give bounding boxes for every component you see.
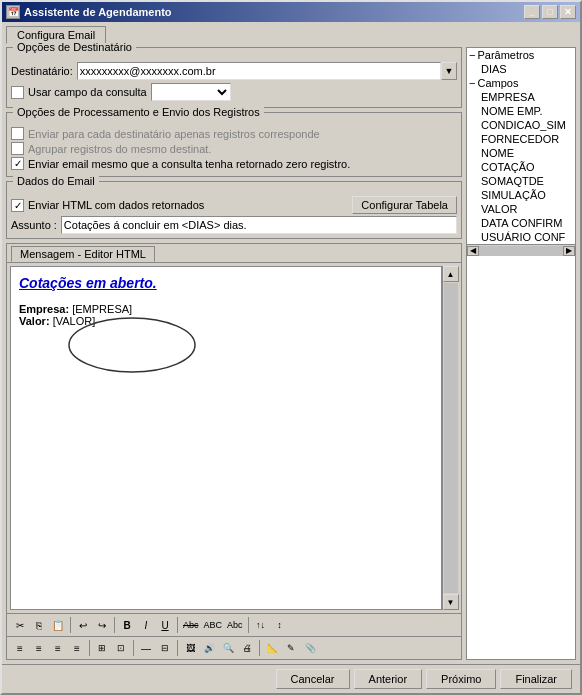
toolbar-hr-button[interactable]: — <box>137 639 155 657</box>
toolbar-lowercase-button[interactable]: Abc <box>225 616 245 634</box>
html-row: Enviar HTML com dados retornados Configu… <box>11 196 457 214</box>
toolbar-table-button[interactable]: ⊞ <box>93 639 111 657</box>
minimize-button[interactable]: _ <box>524 5 540 19</box>
scroll-left-button[interactable]: ◀ <box>467 246 479 256</box>
tree-field-item[interactable]: NOME <box>479 146 575 160</box>
toolbar-uppercase-button[interactable]: ABC <box>202 616 225 634</box>
check1-label: Enviar para cada destinatário apenas reg… <box>28 128 320 140</box>
toolbar-redo-button[interactable]: ↪ <box>93 616 111 634</box>
tree-field-item[interactable]: CONDICAO_SIM <box>479 118 575 132</box>
configurar-tabela-button[interactable]: Configurar Tabela <box>352 196 457 214</box>
toolbar-copy-button[interactable]: ⎘ <box>30 616 48 634</box>
tree-field-item[interactable]: EMPRESA <box>479 90 575 104</box>
cancelar-button[interactable]: Cancelar <box>276 669 350 689</box>
tree-field-item[interactable]: COTAÇÃO <box>479 160 575 174</box>
html-label: Enviar HTML com dados retornados <box>28 199 204 211</box>
check3-checkbox[interactable] <box>11 157 24 170</box>
editor-scroll-area[interactable]: Cotações em aberto. Empresa: [EMPRESA] V… <box>11 267 441 609</box>
toolbar-sep-3 <box>177 617 178 633</box>
toolbar-align-center-button[interactable]: ≡ <box>30 639 48 657</box>
tree-field-item[interactable]: SOMAQTDE <box>479 174 575 188</box>
html-editor-section: Mensagem - Editor HTML Cotações em abert… <box>6 243 462 660</box>
toolbar-search-button[interactable]: 🔍 <box>219 639 237 657</box>
right-panel-scrollbar[interactable]: ◀ ▶ <box>467 244 575 256</box>
toolbar-strikethrough-button[interactable]: Abc <box>181 616 201 634</box>
assunto-input[interactable] <box>61 216 457 234</box>
tree-field-item[interactable]: SIMULAÇÃO <box>479 188 575 202</box>
proximo-button[interactable]: Próximo <box>426 669 496 689</box>
toolbar-align-right-button[interactable]: ≡ <box>49 639 67 657</box>
h-scroll-track <box>479 246 563 256</box>
toolbar-sep-5 <box>89 640 90 656</box>
tree-campos-root[interactable]: − Campos <box>467 76 575 90</box>
check2-checkbox[interactable] <box>11 142 24 155</box>
tree-field-item[interactable]: VALOR <box>479 202 575 216</box>
finalizar-button[interactable]: Finalizar <box>500 669 572 689</box>
destinatario-legend: Opções de Destinatário <box>13 43 136 53</box>
toolbar-sep-7 <box>177 640 178 656</box>
toolbar-sortasc-button[interactable]: ↑↓ <box>252 616 270 634</box>
usar-campo-checkbox[interactable] <box>11 86 24 99</box>
tree-field-item[interactable]: FORNECEDOR <box>479 132 575 146</box>
toolbar-attach-button[interactable]: 📎 <box>301 639 319 657</box>
toolbar-underline-button[interactable]: U <box>156 616 174 634</box>
destinatario-input[interactable] <box>77 62 441 80</box>
maximize-button[interactable]: □ <box>542 5 558 19</box>
empresa-value: [EMPRESA] <box>72 303 132 315</box>
toolbar-print-button[interactable]: 🖨 <box>238 639 256 657</box>
right-panel: − Parâmetros DIAS − Campos EMPRESANOME E… <box>466 47 576 660</box>
editor-with-scroll: Cotações em aberto. Empresa: [EMPRESA] V… <box>7 263 461 613</box>
toolbar-bold-button[interactable]: B <box>118 616 136 634</box>
scroll-right-button[interactable]: ▶ <box>563 246 575 256</box>
toolbar-checkbox2-button[interactable]: ⊟ <box>156 639 174 657</box>
destinatario-label: Destinatário: <box>11 65 73 77</box>
check3-row: Enviar email mesmo que a consulta tenha … <box>11 157 457 170</box>
editor-tab-bar: Mensagem - Editor HTML <box>7 244 461 263</box>
check2-label: Agrupar registros do mesmo destinat. <box>28 143 211 155</box>
processamento-content: Enviar para cada destinatário apenas reg… <box>11 127 457 170</box>
usar-campo-dropdown[interactable] <box>151 83 231 101</box>
tree-field-item[interactable]: DATA CONFIRM <box>479 216 575 230</box>
toolbar-edit-button[interactable]: ✎ <box>282 639 300 657</box>
destinatario-row: Destinatário: ▼ <box>11 62 457 80</box>
toolbar-sortdesc-button[interactable]: ↕ <box>271 616 289 634</box>
check1-checkbox[interactable] <box>11 127 24 140</box>
toolbar-paste-button[interactable]: 📋 <box>49 616 67 634</box>
toolbar-cut-button[interactable]: ✂ <box>11 616 29 634</box>
tree-dias-item[interactable]: DIAS <box>479 62 575 76</box>
content-area: Opções de Destinatário Destinatário: ▼ U… <box>2 43 580 664</box>
toolbar-media-button[interactable]: 🔊 <box>200 639 218 657</box>
tree-campos-label: Campos <box>477 77 518 89</box>
empresa-row: Empresa: [EMPRESA] <box>19 303 433 315</box>
valor-value: [VALOR] <box>53 315 96 327</box>
window-icon: 📅 <box>6 5 20 19</box>
destinatario-dropdown-button[interactable]: ▼ <box>441 62 457 80</box>
toolbar-italic-button[interactable]: I <box>137 616 155 634</box>
toolbar-table2-button[interactable]: ⊡ <box>112 639 130 657</box>
tree-field-item[interactable]: NOME EMP. <box>479 104 575 118</box>
dados-email-legend: Dados do Email <box>13 175 99 187</box>
scroll-up-button[interactable]: ▲ <box>443 266 459 282</box>
toolbar-undo-button[interactable]: ↩ <box>74 616 92 634</box>
html-checkbox[interactable] <box>11 199 24 212</box>
assunto-label: Assunto : <box>11 219 57 231</box>
tree-field-item[interactable]: USUÁRIO CONF <box>479 230 575 244</box>
editor-content: Cotações em aberto. Empresa: [EMPRESA] V… <box>10 266 442 610</box>
toolbar-justify-button[interactable]: ≡ <box>68 639 86 657</box>
scroll-down-button[interactable]: ▼ <box>443 594 459 610</box>
toolbar-sep-6 <box>133 640 134 656</box>
toolbar-image-button[interactable]: 🖼 <box>181 639 199 657</box>
editor-tab[interactable]: Mensagem - Editor HTML <box>11 246 155 262</box>
anterior-button[interactable]: Anterior <box>354 669 423 689</box>
scroll-track <box>444 283 458 593</box>
close-button[interactable]: ✕ <box>560 5 576 19</box>
toolbar-link-button[interactable]: 📐 <box>263 639 281 657</box>
valor-label: Valor: <box>19 315 50 327</box>
editor-title: Cotações em aberto. <box>19 275 433 291</box>
left-panel: Opções de Destinatário Destinatário: ▼ U… <box>6 47 462 660</box>
title-bar-buttons: _ □ ✕ <box>524 5 576 19</box>
tree-parametros-root[interactable]: − Parâmetros <box>467 48 575 62</box>
tab-bar: Configura Email <box>2 22 580 43</box>
toolbar-align-left-button[interactable]: ≡ <box>11 639 29 657</box>
tab-configura-email[interactable]: Configura Email <box>6 26 106 44</box>
